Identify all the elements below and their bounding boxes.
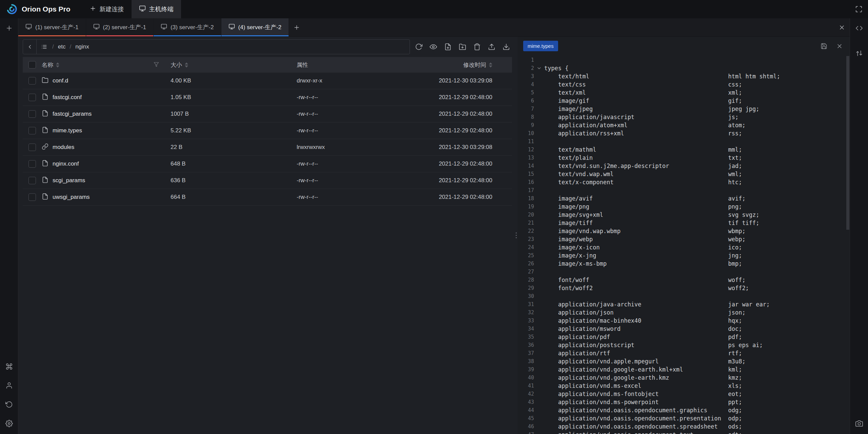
code-line-38[interactable]: 38 application/vnd.apple.mpegurl m3u8; <box>518 357 850 365</box>
file-row-modules[interactable]: modules22 Blrwxrwxrwx2021-12-30 03:29:08 <box>23 139 512 156</box>
new-tab-button[interactable] <box>289 18 304 36</box>
fullscreen-button[interactable] <box>850 0 868 18</box>
user-button[interactable] <box>3 380 15 391</box>
code-line-32[interactable]: 32 application/json json; <box>518 308 850 317</box>
file-row-fastcgi_params[interactable]: fastcgi_params1007 B-rw-r--r--2021-12-29… <box>23 106 512 122</box>
row-checkbox[interactable] <box>23 77 42 84</box>
select-all-checkbox[interactable] <box>23 61 42 69</box>
code-line-7[interactable]: 7 image/jpeg jpeg jpg; <box>518 105 850 113</box>
code-line-30[interactable]: 30 <box>518 292 850 300</box>
upload-button[interactable] <box>487 42 497 52</box>
breadcrumb-item-etc[interactable]: etc <box>58 43 66 50</box>
row-checkbox[interactable] <box>23 160 42 168</box>
new-folder-button[interactable] <box>457 42 468 52</box>
session-tab-2[interactable]: (2) server-生产-1 <box>86 18 154 36</box>
breadcrumb-item-nginx[interactable]: nginx <box>75 43 89 50</box>
code-line-10[interactable]: 10 application/rss+xml rss; <box>518 129 850 137</box>
code-line-25[interactable]: 25 image/x-jng jng; <box>518 251 850 260</box>
code-line-16[interactable]: 16 text/x-component htc; <box>518 178 850 186</box>
session-tab-1[interactable]: (1) server-生产-1 <box>18 18 86 36</box>
session-tab-4[interactable]: (4) server-生产-2 <box>221 18 289 36</box>
code-line-12[interactable]: 12 text/mathml mml; <box>518 146 850 154</box>
row-checkbox[interactable] <box>23 127 42 134</box>
code-line-2[interactable]: 2types { <box>518 64 850 72</box>
code-line-18[interactable]: 18 image/avif avif; <box>518 194 850 203</box>
checkbox[interactable] <box>28 61 36 69</box>
file-row-scgi_params[interactable]: scgi_params636 B-rw-r--r--2021-12-29 02:… <box>23 172 512 189</box>
swap-vertical-button[interactable] <box>853 48 865 59</box>
editor-scrollbar[interactable] <box>846 56 850 434</box>
nav-host-terminal[interactable]: 主机终端 <box>132 0 181 18</box>
new-file-button[interactable] <box>443 42 453 52</box>
code-line-33[interactable]: 33 application/mac-binhex40 hqx; <box>518 317 850 325</box>
nav-new-connection[interactable]: 新建连接 <box>82 0 132 18</box>
back-button[interactable] <box>23 40 37 54</box>
code-line-19[interactable]: 19 image/png png; <box>518 203 850 211</box>
code-line-37[interactable]: 37 application/rtf rtf; <box>518 349 850 357</box>
code-line-42[interactable]: 42 application/vnd.ms-fontobject eot; <box>518 390 850 398</box>
code-line-23[interactable]: 23 image/webp webp; <box>518 235 850 243</box>
code-line-41[interactable]: 41 application/vnd.ms-excel xls; <box>518 382 850 390</box>
code-line-24[interactable]: 24 image/x-icon ico; <box>518 243 850 251</box>
file-row-fastcgi.conf[interactable]: fastcgi.conf1.05 KB-rw-r--r--2021-12-29 … <box>23 89 512 106</box>
code-line-20[interactable]: 20 image/svg+xml svg svgz; <box>518 211 850 219</box>
file-row-mime.types[interactable]: mime.types5.22 KB-rw-r--r--2021-12-29 02… <box>23 122 512 139</box>
sync-button[interactable] <box>3 399 15 410</box>
download-button[interactable] <box>501 42 511 52</box>
column-header-mtime[interactable]: 修改时间 <box>436 61 512 69</box>
code-line-45[interactable]: 45 application/vnd.oasis.opendocument.pr… <box>518 414 850 422</box>
code-line-47[interactable]: 47 application/vnd.oasis.opendocument.te… <box>518 431 850 434</box>
column-header-size[interactable]: 大小 <box>171 61 297 69</box>
rail-add-button[interactable] <box>3 22 15 34</box>
code-line-21[interactable]: 21 image/tiff tif tiff; <box>518 219 850 227</box>
pane-splitter[interactable] <box>515 37 518 434</box>
file-row-uwsgi_params[interactable]: uwsgi_params664 B-rw-r--r--2021-12-29 02… <box>23 189 512 206</box>
code-line-40[interactable]: 40 application/vnd.google-earth.kmz kmz; <box>518 374 850 382</box>
code-line-35[interactable]: 35 application/pdf pdf; <box>518 333 850 341</box>
code-line-17[interactable]: 17 <box>518 186 850 194</box>
code-line-34[interactable]: 34 application/msword doc; <box>518 325 850 333</box>
code-line-8[interactable]: 8 application/javascript js; <box>518 113 850 121</box>
column-header-name[interactable]: 名称 <box>42 61 171 69</box>
code-line-27[interactable]: 27 <box>518 268 850 276</box>
file-row-conf.d[interactable]: conf.d4.00 KBdrwxr-xr-x2021-12-30 03:29:… <box>23 73 512 89</box>
code-line-11[interactable]: 11 <box>518 137 850 146</box>
code-line-28[interactable]: 28 font/woff woff; <box>518 276 850 284</box>
filter-icon[interactable] <box>154 62 160 68</box>
fold-icon[interactable] <box>534 64 544 72</box>
directory-list-icon[interactable] <box>37 40 52 54</box>
row-checkbox[interactable] <box>23 110 42 118</box>
command-shortcuts-button[interactable] <box>3 361 15 372</box>
row-checkbox[interactable] <box>23 94 42 101</box>
code-line-4[interactable]: 4 text/css css; <box>518 80 850 89</box>
code-line-31[interactable]: 31 application/java-archive jar war ear; <box>518 300 850 308</box>
code-line-43[interactable]: 43 application/vnd.ms-powerpoint ppt; <box>518 398 850 406</box>
code-line-1[interactable]: 1 <box>518 56 850 64</box>
delete-button[interactable] <box>472 42 482 52</box>
preview-button[interactable] <box>428 42 438 52</box>
file-row-nginx.conf[interactable]: nginx.conf648 B-rw-r--r--2021-12-29 02:4… <box>23 156 512 172</box>
code-line-9[interactable]: 9 application/atom+xml atom; <box>518 121 850 129</box>
close-editor-button[interactable] <box>835 41 844 51</box>
refresh-button[interactable] <box>414 42 424 52</box>
code-line-29[interactable]: 29 font/woff2 woff2; <box>518 284 850 292</box>
row-checkbox[interactable] <box>23 177 42 184</box>
row-checkbox[interactable] <box>23 144 42 151</box>
session-tab-3[interactable]: (3) server-生产-2 <box>154 18 221 36</box>
code-line-36[interactable]: 36 application/postscript ps eps ai; <box>518 341 850 349</box>
save-button[interactable] <box>819 41 829 51</box>
scrollbar-thumb[interactable] <box>846 56 849 230</box>
close-panel-button[interactable] <box>834 18 850 36</box>
sort-carets[interactable] <box>56 62 59 68</box>
code-panel-button[interactable] <box>853 22 865 34</box>
code-line-6[interactable]: 6 image/gif gif; <box>518 97 850 105</box>
sort-carets[interactable] <box>489 62 492 68</box>
code-line-46[interactable]: 46 application/vnd.oasis.opendocument.sp… <box>518 422 850 431</box>
code-line-44[interactable]: 44 application/vnd.oasis.opendocument.gr… <box>518 406 850 414</box>
code-line-22[interactable]: 22 image/vnd.wap.wbmp wbmp; <box>518 227 850 235</box>
code-line-3[interactable]: 3 text/html html htm shtml; <box>518 72 850 80</box>
settings-button[interactable] <box>3 418 15 429</box>
code-line-13[interactable]: 13 text/plain txt; <box>518 154 850 162</box>
code-line-26[interactable]: 26 image/x-ms-bmp bmp; <box>518 260 850 268</box>
code-line-39[interactable]: 39 application/vnd.google-earth.kml+xml … <box>518 365 850 374</box>
